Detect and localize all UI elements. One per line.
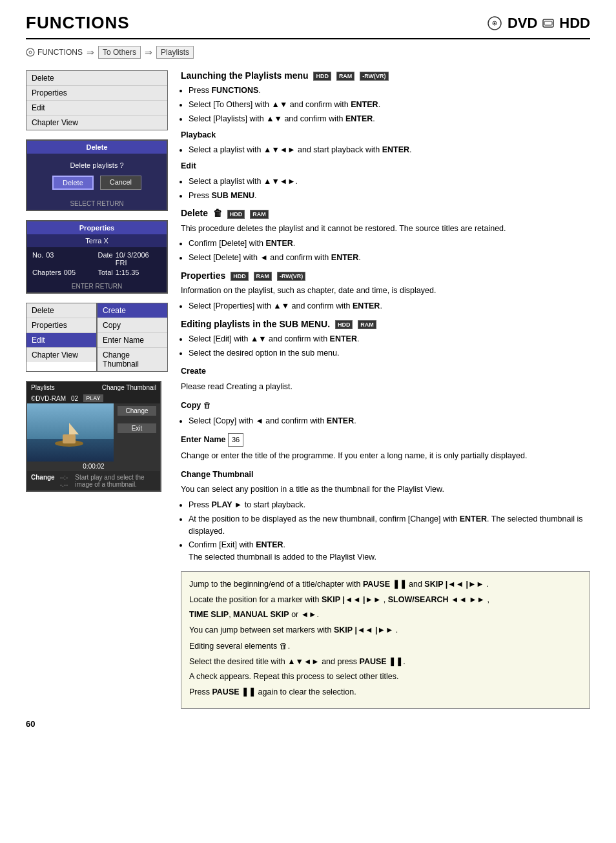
badge-ram-4: RAM: [358, 320, 376, 329]
thumb-dvd-ram-label: ©DVD-RAM: [31, 395, 66, 402]
props-total-value: 1:15.35: [116, 269, 139, 276]
delete-steps: Confirm [Delete] with ENTER. Select [Del…: [189, 238, 590, 264]
props-chapters-label: Chapters: [32, 269, 61, 276]
delete-title: Delete 🗑 HDD RAM: [181, 208, 590, 218]
breadcrumb-to-others: To Others: [98, 46, 141, 59]
enter-name-section: Enter Name 36 Change or enter the title …: [181, 433, 590, 462]
edit-label: Edit: [181, 160, 590, 172]
dvd-label: DVD: [508, 15, 537, 32]
thumb-num: 02: [71, 395, 78, 402]
properties-step-1: Select [Properties] with ▲▼ and confirm …: [189, 300, 590, 312]
thumb-exit-button[interactable]: Exit: [118, 423, 156, 433]
properties-title: Properties HDD RAM -RW(VR): [181, 270, 590, 281]
change-thumb-steps: Press PLAY ► to start playback. At the p…: [189, 499, 590, 564]
create-section: Create Please read Creating a playlist.: [181, 365, 590, 393]
play-indicator: PLAY: [83, 394, 103, 402]
sub-menu-create[interactable]: Create: [98, 303, 167, 318]
badge-hdd-2: HDD: [227, 210, 245, 219]
edit-menu-delete[interactable]: Delete: [26, 303, 96, 318]
dvd-disc-icon: [487, 15, 502, 31]
edit-menu-edit[interactable]: Edit: [26, 333, 96, 348]
change-thumb-step-2: At the position to be displayed as the n…: [189, 513, 590, 538]
edit-menu-chapter-view[interactable]: Chapter View: [26, 348, 96, 362]
hdd-icon: [542, 18, 554, 28]
sub-menu-change-thumbnail[interactable]: Change Thumbnail: [98, 348, 167, 371]
menu-item-delete[interactable]: Delete: [26, 71, 167, 86]
svg-point-5: [26, 48, 34, 56]
properties-data: No. 03 Date 10/ 3/2006 FRI Chapters 005 …: [27, 247, 167, 280]
delete-dialog-buttons: Delete Cancel: [34, 176, 160, 190]
main-content: Delete Properties Edit Chapter View Dele…: [26, 70, 590, 709]
properties-dialog-title: Properties: [27, 221, 167, 234]
delete-section: Delete 🗑 HDD RAM This procedure deletes …: [181, 208, 590, 264]
change-thumb-step-3: Confirm [Exit] with ENTER.The selected t…: [189, 539, 590, 564]
left-column: Delete Properties Edit Chapter View Dele…: [26, 70, 168, 709]
change-thumbnail-section: Change Thumbnail You can select any posi…: [181, 469, 590, 564]
badge-ram-1: RAM: [336, 72, 355, 81]
thumbnail-screen: Playlists Change Thumbnail ©DVD-RAM 02 P…: [26, 381, 161, 492]
thumb-bottom: Change --:--.-- Start play and select th…: [27, 471, 160, 491]
thumb-change-button[interactable]: Change: [118, 406, 156, 416]
thumb-playlists-label: Playlists: [31, 384, 55, 391]
svg-point-6: [29, 51, 32, 54]
launching-title: Launching the Playlists menu HDD RAM -RW…: [181, 70, 590, 81]
copy-title: Copy 🗑: [181, 400, 590, 412]
delete-dialog: Delete Delete playlists ? Delete Cancel …: [26, 139, 168, 211]
breadcrumb: FUNCTIONS ⇒ To Others ⇒ Playlists: [26, 46, 590, 59]
launching-steps: Press FUNCTIONS. Select [To Others] with…: [189, 85, 590, 125]
svg-rect-4: [544, 21, 552, 25]
delete-dialog-title: Delete: [27, 141, 167, 154]
format-badges: DVD HDD: [487, 15, 590, 32]
delete-dialog-body: Delete playlists ? Delete Cancel: [27, 154, 167, 198]
thumb-bottom-text: Start play and select the image of a thu…: [75, 474, 156, 488]
editing-section: Editing playlists in the SUB MENU. HDD R…: [181, 319, 590, 360]
launching-step-1: Press FUNCTIONS.: [189, 85, 590, 97]
props-total-label: Total: [98, 269, 113, 276]
menu-item-properties[interactable]: Properties: [26, 86, 167, 101]
info-line-5: Editing several elements 🗑.: [189, 640, 582, 653]
properties-steps: Select [Properties] with ▲▼ and confirm …: [189, 300, 590, 312]
props-date-label: Date: [98, 251, 113, 267]
info-line-7: A check appears. Repeat this process to …: [189, 671, 582, 683]
edit-step-2: Press SUB MENU.: [189, 190, 590, 202]
menu-item-edit[interactable]: Edit: [26, 101, 167, 116]
svg-point-2: [493, 22, 495, 24]
thumb-image: [27, 403, 114, 462]
sub-menu-copy[interactable]: Copy: [98, 318, 167, 333]
info-line-3: TIME SLIP, MANUAL SKIP or ◄►.: [189, 609, 582, 621]
delete-symbol: 🗑: [213, 208, 222, 218]
badge-rw-1: -RW(VR): [360, 72, 388, 81]
info-line-6: Select the desired title with ▲▼◄► and p…: [189, 656, 582, 668]
breadcrumb-arrow-2: ⇒: [145, 47, 152, 57]
breadcrumb-playlists: Playlists: [156, 46, 194, 59]
delete-confirm-button[interactable]: Delete: [52, 176, 94, 190]
sub-menu-enter-name[interactable]: Enter Name: [98, 333, 167, 348]
properties-dialog: Properties Terra X No. 03 Date 10/ 3/200…: [26, 220, 168, 294]
thumb-sub-bar: ©DVD-RAM 02 PLAY: [27, 393, 160, 403]
menu-item-chapter-view[interactable]: Chapter View: [26, 116, 167, 130]
edit-sub-menu: Create Copy Enter Name Change Thumbnail: [97, 303, 168, 372]
badge-hdd-1: HDD: [313, 72, 331, 81]
props-no-value: 03: [46, 251, 54, 267]
props-no-label: No.: [32, 251, 43, 267]
thumb-main: Change Exit: [27, 403, 160, 462]
editing-step-2: Select the desired option in the sub men…: [189, 347, 590, 360]
info-line-1: Jump to the beginning/end of a title/cha…: [189, 578, 582, 591]
enter-name-title: Enter Name 36: [181, 433, 590, 447]
props-chapters-value: 005: [64, 269, 76, 276]
thumb-change-thumbnail-label: Change Thumbnail: [102, 384, 156, 391]
properties-hint: ENTER RETURN: [27, 280, 167, 292]
thumb-scene: [27, 403, 114, 462]
props-chapters: Chapters 005: [32, 269, 96, 276]
delete-intro: This procedure deletes the playlist and …: [181, 223, 590, 235]
edit-main-menu: Delete Properties Edit Chapter View: [26, 303, 97, 372]
props-date: Date 10/ 3/2006 FRI: [98, 251, 162, 267]
delete-cancel-button[interactable]: Cancel: [100, 176, 141, 190]
functions-disc-icon: [26, 48, 35, 57]
thumb-bottom-label: Change: [31, 474, 55, 488]
info-line-8: Press PAUSE ❚❚ again to clear the select…: [189, 686, 582, 698]
change-thumb-intro: You can select any position in a title a…: [181, 483, 590, 496]
delete-step-1: Confirm [Delete] with ENTER.: [189, 238, 590, 250]
edit-menu-properties[interactable]: Properties: [26, 318, 96, 333]
delete-dialog-message: Delete playlists ?: [34, 161, 160, 169]
